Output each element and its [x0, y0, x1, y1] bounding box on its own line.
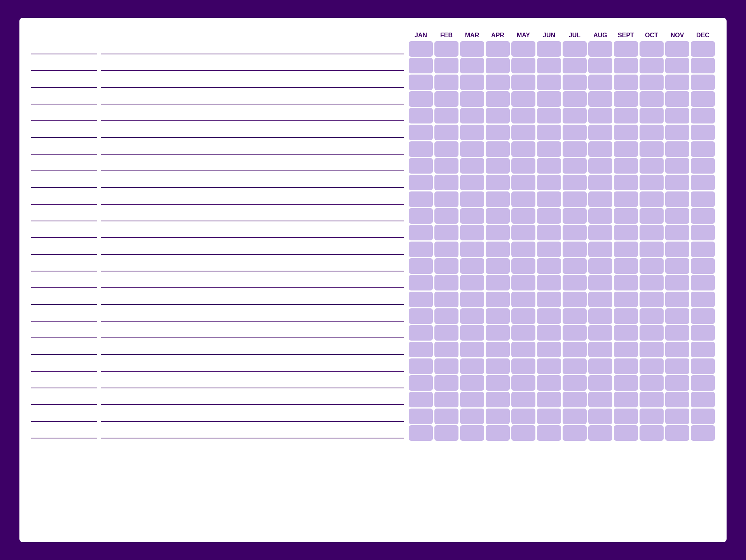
checkbox-jun-row-0[interactable]: [537, 41, 561, 57]
checkbox-jun-row-17[interactable]: [537, 325, 561, 341]
checkbox-jan-row-8[interactable]: [409, 175, 433, 190]
bills-input-10[interactable]: [101, 210, 404, 221]
day-input-10[interactable]: [31, 210, 97, 221]
checkbox-apr-row-8[interactable]: [486, 175, 510, 190]
checkbox-oct-row-11[interactable]: [640, 225, 664, 240]
checkbox-oct-row-5[interactable]: [640, 125, 664, 140]
day-input-22[interactable]: [31, 411, 97, 422]
checkbox-jan-row-4[interactable]: [409, 108, 433, 123]
checkbox-jul-row-17[interactable]: [563, 325, 587, 341]
checkbox-mar-row-0[interactable]: [460, 41, 484, 57]
checkbox-nov-row-13[interactable]: [665, 258, 689, 274]
checkbox-may-row-14[interactable]: [511, 275, 535, 290]
checkbox-jul-row-22[interactable]: [563, 409, 587, 424]
checkbox-apr-row-5[interactable]: [486, 125, 510, 140]
checkbox-jan-row-15[interactable]: [409, 292, 433, 307]
day-input-23[interactable]: [31, 428, 97, 438]
day-input-0[interactable]: [31, 43, 97, 54]
checkbox-jun-row-16[interactable]: [537, 308, 561, 324]
checkbox-jun-row-8[interactable]: [537, 175, 561, 190]
checkbox-nov-row-4[interactable]: [665, 108, 689, 123]
checkbox-jul-row-20[interactable]: [563, 375, 587, 391]
checkbox-apr-row-2[interactable]: [486, 75, 510, 90]
checkbox-dec-row-7[interactable]: [691, 158, 715, 174]
day-input-21[interactable]: [31, 394, 97, 405]
bills-input-5[interactable]: [101, 127, 404, 138]
checkbox-dec-row-19[interactable]: [691, 358, 715, 374]
checkbox-apr-row-23[interactable]: [486, 425, 510, 441]
checkbox-oct-row-15[interactable]: [640, 292, 664, 307]
checkbox-apr-row-3[interactable]: [486, 91, 510, 107]
checkbox-sept-row-10[interactable]: [614, 208, 638, 224]
checkbox-sept-row-14[interactable]: [614, 275, 638, 290]
checkbox-may-row-4[interactable]: [511, 108, 535, 123]
checkbox-nov-row-1[interactable]: [665, 58, 689, 73]
checkbox-may-row-2[interactable]: [511, 75, 535, 90]
checkbox-jan-row-2[interactable]: [409, 75, 433, 90]
checkbox-apr-row-14[interactable]: [486, 275, 510, 290]
checkbox-jan-row-7[interactable]: [409, 158, 433, 174]
checkbox-jun-row-20[interactable]: [537, 375, 561, 391]
checkbox-nov-row-19[interactable]: [665, 358, 689, 374]
checkbox-nov-row-16[interactable]: [665, 308, 689, 324]
checkbox-may-row-8[interactable]: [511, 175, 535, 190]
checkbox-nov-row-0[interactable]: [665, 41, 689, 57]
checkbox-mar-row-5[interactable]: [460, 125, 484, 140]
checkbox-mar-row-18[interactable]: [460, 342, 484, 357]
checkbox-jul-row-11[interactable]: [563, 225, 587, 240]
checkbox-jul-row-13[interactable]: [563, 258, 587, 274]
checkbox-feb-row-16[interactable]: [434, 308, 458, 324]
checkbox-feb-row-19[interactable]: [434, 358, 458, 374]
checkbox-may-row-16[interactable]: [511, 308, 535, 324]
checkbox-oct-row-22[interactable]: [640, 409, 664, 424]
checkbox-aug-row-13[interactable]: [588, 258, 612, 274]
day-input-17[interactable]: [31, 327, 97, 338]
checkbox-feb-row-14[interactable]: [434, 275, 458, 290]
day-input-6[interactable]: [31, 144, 97, 155]
checkbox-sept-row-17[interactable]: [614, 325, 638, 341]
checkbox-apr-row-21[interactable]: [486, 392, 510, 407]
checkbox-dec-row-1[interactable]: [691, 58, 715, 73]
checkbox-jan-row-19[interactable]: [409, 358, 433, 374]
checkbox-aug-row-10[interactable]: [588, 208, 612, 224]
checkbox-jul-row-14[interactable]: [563, 275, 587, 290]
checkbox-dec-row-18[interactable]: [691, 342, 715, 357]
bills-input-1[interactable]: [101, 60, 404, 71]
checkbox-oct-row-6[interactable]: [640, 141, 664, 157]
checkbox-jan-row-17[interactable]: [409, 325, 433, 341]
checkbox-jan-row-6[interactable]: [409, 141, 433, 157]
bills-input-18[interactable]: [101, 344, 404, 355]
checkbox-dec-row-2[interactable]: [691, 75, 715, 90]
checkbox-jul-row-2[interactable]: [563, 75, 587, 90]
checkbox-feb-row-22[interactable]: [434, 409, 458, 424]
checkbox-mar-row-1[interactable]: [460, 58, 484, 73]
checkbox-feb-row-23[interactable]: [434, 425, 458, 441]
checkbox-jul-row-8[interactable]: [563, 175, 587, 190]
checkbox-apr-row-7[interactable]: [486, 158, 510, 174]
bills-input-21[interactable]: [101, 394, 404, 405]
bills-input-17[interactable]: [101, 327, 404, 338]
checkbox-aug-row-16[interactable]: [588, 308, 612, 324]
bills-input-2[interactable]: [101, 77, 404, 88]
checkbox-feb-row-13[interactable]: [434, 258, 458, 274]
checkbox-aug-row-19[interactable]: [588, 358, 612, 374]
checkbox-nov-row-17[interactable]: [665, 325, 689, 341]
checkbox-nov-row-3[interactable]: [665, 91, 689, 107]
checkbox-dec-row-17[interactable]: [691, 325, 715, 341]
checkbox-feb-row-12[interactable]: [434, 242, 458, 257]
checkbox-dec-row-5[interactable]: [691, 125, 715, 140]
checkbox-jan-row-22[interactable]: [409, 409, 433, 424]
checkbox-may-row-20[interactable]: [511, 375, 535, 391]
checkbox-jan-row-23[interactable]: [409, 425, 433, 441]
checkbox-apr-row-15[interactable]: [486, 292, 510, 307]
checkbox-feb-row-8[interactable]: [434, 175, 458, 190]
checkbox-sept-row-13[interactable]: [614, 258, 638, 274]
checkbox-jul-row-7[interactable]: [563, 158, 587, 174]
bills-input-6[interactable]: [101, 144, 404, 155]
checkbox-jul-row-3[interactable]: [563, 91, 587, 107]
checkbox-jul-row-6[interactable]: [563, 141, 587, 157]
checkbox-jan-row-11[interactable]: [409, 225, 433, 240]
checkbox-sept-row-7[interactable]: [614, 158, 638, 174]
checkbox-mar-row-21[interactable]: [460, 392, 484, 407]
bills-input-12[interactable]: [101, 244, 404, 255]
